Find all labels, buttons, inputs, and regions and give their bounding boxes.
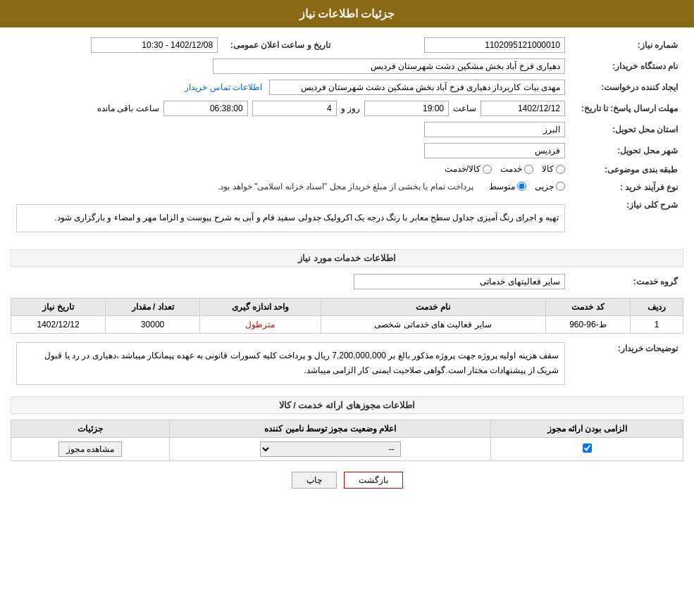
cell-date: 1402/12/12 [11,315,106,333]
requester-label: ایجاد کننده درخواست: [571,77,683,98]
permit-required-cell [491,437,683,460]
permits-table: الزامی بودن ارائه مجوز اعلام وضعیت مجوز … [11,420,683,461]
radio-goods-label: کالا [542,164,554,174]
radio-goods[interactable] [556,165,565,174]
city-label: شهر محل تحویل: [571,140,683,161]
deadline-time: 19:00 [364,101,449,116]
description-label: شرح کلی نیاز: [571,196,683,241]
requester-link[interactable]: اطلاعات تماس خریدار [185,82,262,92]
buyer-notes-cell: سقف هزینه اولیه پروژه جهت پروژه مذکور با… [11,339,571,388]
page-header: جزئیات اطلاعات نیاز [0,0,694,27]
page-title: جزئیات اطلاعات نیاز [299,8,395,20]
radio-medium-label: متوسط [489,182,515,191]
announcement-label: تاریخ و ساعت اعلان عمومی: [223,34,336,56]
province-value: البرز [11,119,571,140]
cell-unit: مترطول [200,315,321,333]
process-row: جزیی متوسط پرداخت تمام یا بخشی از مبلغ خ… [11,179,571,196]
cell-row: 1 [631,315,683,333]
description-cell: تهیه و اجرای رنگ آمیزی جداول سطح معابر ب… [11,196,571,241]
remaining-label: ساعت باقی مانده [97,103,159,113]
buyer-org-value: دهیاری فرخ آباد بخش مشکین دشت شهرستان فر… [11,56,571,77]
main-content: شماره نیاز: 1102095121000010 تاریخ و ساع… [0,27,694,506]
buyer-notes-label: توضیحات خریدار: [571,339,683,388]
province-label: استان محل تحویل: [571,119,683,140]
requester-value: مهدی بیات کاربرداز دهیاری فرخ آباد بخش م… [11,77,571,98]
table-row: 1 ط-96-960 سایر فعالیت های خدماتی شخصی م… [11,315,683,333]
radio-service[interactable] [524,165,533,174]
services-table: ردیف کد خدمت نام خدمت واحد اندازه گیری ت… [11,298,683,334]
description-box: تهیه و اجرای رنگ آمیزی جداول سطح معابر ب… [16,204,565,232]
col-row: ردیف [631,298,683,315]
page-wrapper: جزئیات اطلاعات نیاز شماره نیاز: 11020951… [0,0,694,616]
col-date: تاریخ نیاز [11,298,106,315]
category-radios: کالا خدمت کالا/خدمت [11,161,571,179]
services-section-title: اطلاعات خدمات مورد نیاز [11,249,683,267]
deadline-date: 1402/12/12 [481,101,565,116]
requester-input: مهدی بیات کاربرداز دهیاری فرخ آباد بخش م… [269,80,565,95]
days-value: 4 [252,101,337,116]
service-group-table: گروه خدمت: سایر فعالیتهای خدماتی [11,271,683,292]
announcement-value: 1402/12/08 - 10:30 [11,34,223,56]
col-count: تعداد / مقدار [106,298,200,315]
buyer-org-input: دهیاری فرخ آباد بخش مشکین دشت شهرستان فر… [213,58,565,74]
col-name: نام خدمت [321,298,545,315]
buyer-notes-box: سقف هزینه اولیه پروژه جهت پروژه مذکور با… [16,342,565,385]
permits-section-title: اطلاعات مجوزهای ارائه خدمت / کالا [11,396,683,414]
service-group-label: گروه خدمت: [571,271,683,292]
process-note: پرداخت تمام یا بخشی از مبلغ خریداز محل "… [218,182,473,191]
radio-partial-item: جزیی [535,182,565,191]
remaining-value: 06:38:00 [163,101,248,116]
back-button[interactable]: بازگشت [344,472,403,489]
deadline-row: 1402/12/12 ساعت 19:00 روز و 4 06:38:00 س… [11,98,571,119]
cell-name: سایر فعالیت های خدماتی شخصی [321,315,545,333]
col-code: کد خدمت [545,298,631,315]
permit-status-cell: -- [170,437,491,460]
category-label: طبقه بندی موضوعی: [571,161,683,179]
province-input: البرز [424,122,565,137]
radio-partial-label: جزیی [535,182,554,191]
notice-number-input: 1102095121000010 [424,37,565,53]
radio-goods-service[interactable] [483,165,492,174]
radio-goods-service-label: کالا/خدمت [445,164,481,174]
radio-partial[interactable] [556,182,565,191]
cell-count: 30000 [106,315,200,333]
days-label: روز و [341,103,360,113]
cell-code: ط-96-960 [545,315,631,333]
description-table: شرح کلی نیاز: تهیه و اجرای رنگ آمیزی جدا… [11,196,683,241]
notice-number-value: 1102095121000010 [336,34,571,56]
view-permit-button[interactable]: مشاهده مجوز [58,441,122,457]
radio-medium-item: متوسط [489,182,526,191]
deadline-label: مهلت ارسال پاسخ: تا تاریخ: [571,98,683,119]
permit-details-cell: مشاهده مجوز [11,437,170,460]
permits-col-details: جزئیات [11,420,170,437]
notice-number-label: شماره نیاز: [571,34,683,56]
col-unit: واحد اندازه گیری [200,298,321,315]
footer-buttons: بازگشت چاپ [11,472,683,489]
service-group-input: سایر فعالیتهای خدماتی [354,274,565,289]
city-value: فردیس [11,140,571,161]
permits-col-status: اعلام وضعیت مجوز توسط نامین کننده [170,420,491,437]
print-button[interactable]: چاپ [292,472,337,489]
process-label: نوع فرآیند خرید : [571,179,683,196]
service-group-value: سایر فعالیتهای خدماتی [11,271,571,292]
radio-service-item: خدمت [500,164,533,174]
radio-goods-item: کالا [542,164,565,174]
buyer-notes-table: توضیحات خریدار: سقف هزینه اولیه پروژه جه… [11,339,683,388]
permit-status-select[interactable]: -- [260,441,401,457]
list-item: -- مشاهده مجوز [11,437,683,460]
radio-medium[interactable] [517,182,526,191]
radio-goods-service-item: کالا/خدمت [445,164,492,174]
permit-required-checkbox[interactable] [583,444,592,453]
permits-col-required: الزامی بودن ارائه مجوز [491,420,683,437]
time-label: ساعت [453,103,476,113]
radio-service-label: خدمت [500,164,522,174]
city-input: فردیس [424,143,565,158]
buyer-org-label: نام دستگاه خریدار: [571,56,683,77]
notice-info-table: شماره نیاز: 1102095121000010 تاریخ و ساع… [11,34,683,196]
announcement-input: 1402/12/08 - 10:30 [91,37,218,53]
